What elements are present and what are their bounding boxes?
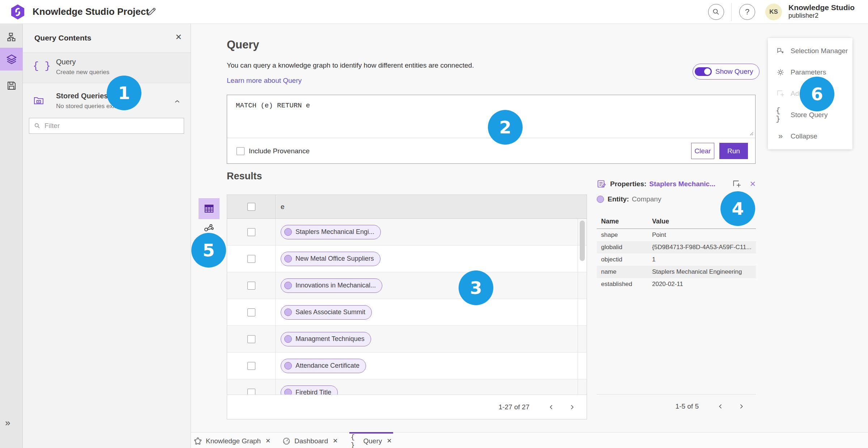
- run-button[interactable]: Run: [719, 143, 748, 159]
- column-value: Value: [652, 218, 669, 225]
- column-name: Name: [597, 218, 652, 225]
- entity-pill[interactable]: Innovations in Mechanical...: [281, 278, 382, 293]
- show-query-toggle[interactable]: Show Query: [693, 64, 760, 80]
- panel-header: Query Contents ✕: [23, 24, 191, 53]
- results-table-body: Staplers Mechanical Engi... New Metal Of…: [227, 219, 587, 394]
- results-table-header: e: [227, 195, 587, 219]
- add-square-icon[interactable]: [732, 179, 741, 189]
- results-heading: Results: [227, 171, 262, 182]
- table-row[interactable]: Staplers Mechanical Engi...: [227, 219, 587, 246]
- header-divider: [731, 3, 732, 21]
- property-row: established 2020-02-11: [597, 278, 756, 290]
- tab-knowledge-graph[interactable]: Knowledge Graph ✕: [193, 432, 271, 448]
- clear-button[interactable]: Clear: [691, 143, 714, 159]
- close-icon[interactable]: ✕: [749, 180, 756, 188]
- data-model-icon[interactable]: [0, 27, 23, 48]
- entity-pill[interactable]: Staplers Mechanical Engi...: [281, 225, 381, 239]
- stored-queries-title: Stored Queries: [56, 92, 108, 100]
- entity-pill[interactable]: Sales Associate Summit: [281, 305, 372, 320]
- row-checkbox[interactable]: [247, 228, 255, 236]
- search-button[interactable]: [708, 4, 724, 20]
- save-icon[interactable]: [0, 75, 23, 96]
- braces-icon: { }: [776, 107, 785, 123]
- next-page-icon[interactable]: [566, 402, 577, 413]
- properties-doc-icon: [597, 179, 607, 189]
- row-checkbox[interactable]: [247, 362, 255, 370]
- properties-page-range: 1-5 of 5: [676, 402, 699, 410]
- property-row: objectid 1: [597, 253, 756, 266]
- previous-page-icon[interactable]: [546, 402, 557, 413]
- table-row[interactable]: Sales Associate Summit: [227, 299, 587, 326]
- annotation-badge-3: 3: [459, 270, 493, 305]
- expand-rail-icon[interactable]: »: [5, 417, 10, 428]
- table-row[interactable]: New Metal Office Suppliers: [227, 246, 587, 272]
- entity-pill[interactable]: Firebird Title: [281, 385, 338, 395]
- tab-query[interactable]: { } Query ✕: [349, 432, 393, 448]
- app-logo-icon: [9, 4, 26, 20]
- entity-pill[interactable]: Managment Techniques: [281, 332, 371, 346]
- query-heading: Query: [227, 38, 259, 51]
- table-view-icon[interactable]: [199, 198, 220, 219]
- annotation-badge-2: 2: [488, 110, 523, 145]
- search-icon: [34, 122, 41, 129]
- results-scrollbar[interactable]: [578, 219, 587, 394]
- entity-dot-icon: [284, 335, 292, 343]
- panel-item-query[interactable]: { } Query Create new queries: [23, 53, 191, 83]
- entity-dot-icon: [284, 228, 292, 236]
- tab-dashboard[interactable]: Dashboard ✕: [282, 432, 338, 448]
- previous-page-icon[interactable]: [715, 401, 726, 412]
- product-name: Knowledge Studio: [788, 3, 855, 12]
- include-provenance-checkbox[interactable]: [237, 147, 244, 155]
- table-row[interactable]: Firebird Title: [227, 379, 587, 394]
- annotation-badge-4: 4: [720, 191, 755, 226]
- edit-pencil-icon[interactable]: [146, 7, 157, 17]
- close-tab-icon[interactable]: ✕: [387, 437, 392, 445]
- select-all-checkbox[interactable]: [247, 203, 255, 211]
- table-row[interactable]: Innovations in Mechanical...: [227, 272, 587, 299]
- annotation-badge-1: 1: [107, 76, 141, 110]
- annotation-badge-6: 6: [800, 77, 834, 111]
- row-checkbox[interactable]: [247, 335, 255, 343]
- menu-item-selection-manager[interactable]: Selection Manager: [768, 40, 852, 61]
- results-page-range: 1-27 of 27: [498, 403, 529, 411]
- toggle-track: [695, 67, 712, 76]
- close-tab-icon[interactable]: ✕: [333, 437, 338, 445]
- row-checkbox[interactable]: [247, 282, 255, 290]
- layers-icon[interactable]: [0, 48, 23, 71]
- row-checkbox[interactable]: [247, 308, 255, 316]
- close-tab-icon[interactable]: ✕: [265, 437, 271, 445]
- table-row[interactable]: Attendance Certificate: [227, 353, 587, 379]
- row-checkbox[interactable]: [247, 255, 255, 263]
- properties-entity-link[interactable]: Staplers Mechanic...: [649, 180, 715, 188]
- row-checkbox[interactable]: [247, 389, 255, 395]
- entity-pill[interactable]: Attendance Certificate: [281, 359, 366, 373]
- dashboard-icon: [282, 437, 291, 445]
- entity-dot-icon: [284, 389, 292, 394]
- results-pagination: 1-27 of 27: [227, 394, 587, 419]
- query-description: You can query a knowledge graph to ident…: [227, 61, 474, 69]
- user-info[interactable]: Knowledge Studio publisher2: [788, 3, 855, 20]
- learn-more-link[interactable]: Learn more about Query: [227, 77, 302, 85]
- entity-dot-icon: [284, 255, 292, 263]
- properties-label: Properties:: [610, 180, 646, 188]
- query-item-subtitle: Create new queries: [56, 69, 109, 76]
- knowledge-studio-app: Knowledge Studio Project ? KS Knowledge …: [0, 0, 868, 448]
- user-avatar[interactable]: KS: [765, 4, 782, 20]
- query-contents-panel: Query Contents ✕ { } Query Create new qu…: [23, 24, 191, 448]
- braces-icon: { }: [351, 433, 360, 448]
- selection-manager-icon: [776, 47, 785, 55]
- filter-input[interactable]: [44, 122, 179, 130]
- table-row[interactable]: Managment Techniques: [227, 326, 587, 353]
- next-page-icon[interactable]: [736, 401, 746, 412]
- help-button[interactable]: ?: [739, 4, 755, 20]
- results-table: e Staplers Mechanical Engi... New Metal …: [227, 195, 587, 419]
- show-query-label: Show Query: [715, 68, 753, 76]
- entity-dot-icon: [284, 362, 292, 370]
- close-icon[interactable]: ✕: [175, 33, 182, 42]
- menu-item-collapse[interactable]: » Collapse: [768, 126, 852, 147]
- scrollbar-thumb[interactable]: [580, 221, 585, 261]
- chevron-up-icon[interactable]: [173, 98, 181, 106]
- properties-pagination: 1-5 of 5: [597, 394, 756, 418]
- resize-handle[interactable]: [748, 131, 753, 136]
- entity-pill[interactable]: New Metal Office Suppliers: [281, 252, 380, 266]
